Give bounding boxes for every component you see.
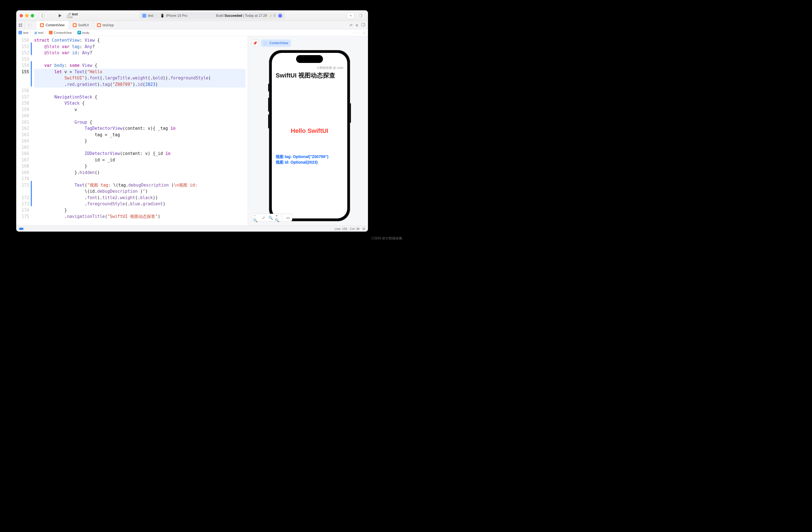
screen-watermark: 大熊猫侯佩 @ csdn — [317, 66, 343, 70]
preview-target-pill[interactable]: ⬚ ContentView — [261, 40, 291, 47]
detect-output: 视图 tag: Optional("Z00799") 视图 id: Option… — [276, 154, 343, 165]
status-bar: Line: 155 Col: 36 ▤ — [16, 226, 368, 232]
svg-rect-2 — [359, 14, 363, 17]
zoom-window-button[interactable] — [31, 14, 34, 17]
detect-id-line: 视图 id: Optional(2023) — [276, 160, 343, 165]
svg-rect-8 — [362, 23, 365, 26]
jump-file[interactable]: ContentView — [49, 31, 72, 34]
jump-project[interactable]: test — [18, 31, 29, 34]
preview-toolbar-right: －🔍 ⤢ 🔍 ＋🔍 — [252, 214, 364, 221]
svg-rect-7 — [21, 26, 22, 27]
tab-label: SwiftUI — [78, 23, 89, 27]
jump-symbol[interactable]: Pbody — [77, 31, 89, 34]
scheme-selector[interactable]: ⎇test main — [67, 13, 78, 19]
toggle-navigator-button[interactable] — [39, 13, 47, 19]
tab-bar: 〈 〉 ContentView SwiftUI testApp ⇄ ≣ — [16, 21, 368, 29]
zoom-out-button[interactable]: －🔍 — [253, 215, 259, 220]
chevron-right-icon: 〉 — [155, 13, 159, 18]
jump-bar: test 〉 ▣test 〉 ContentView 〉 Pbody 〈 〉 ⚠… — [16, 29, 368, 36]
main-split: 1501511521531541551561571581591601611621… — [16, 36, 368, 226]
line-gutter: 1501511521531541551561571581591601611621… — [16, 36, 31, 226]
minimize-window-button[interactable] — [25, 14, 29, 17]
svg-rect-5 — [21, 24, 22, 25]
tab-contentview[interactable]: ContentView — [36, 21, 69, 29]
tab-label: ContentView — [46, 23, 64, 27]
related-items-button[interactable] — [16, 21, 25, 29]
next-issue-button[interactable]: 〉 — [358, 30, 361, 35]
code-content[interactable]: struct ContentView: View { @State var ta… — [32, 36, 248, 226]
zoom-actual-button[interactable]: 🔍 — [267, 215, 274, 220]
add-button[interactable]: ＋ — [347, 13, 354, 19]
svg-rect-4 — [19, 24, 20, 25]
swift-file-icon — [40, 23, 44, 27]
titlebar: ⎇test main test 〉 📱 iPhone 15 Pro Build … — [16, 10, 368, 21]
tab-label: testApp — [103, 23, 114, 27]
adjust-editor-button[interactable]: ⇄ — [349, 23, 352, 27]
branch-name: main — [67, 16, 78, 19]
editor-mode-icon[interactable]: ▤ — [362, 227, 365, 230]
struct-icon: ⬚ — [264, 41, 267, 45]
window-controls — [19, 14, 34, 17]
editor-layout-button[interactable]: ≣ — [356, 23, 359, 27]
navigation-title: SwiftUI 视图动态探查 — [276, 71, 343, 80]
source-editor[interactable]: 1501511521531541551561571581591601611621… — [16, 36, 248, 226]
tab-testapp[interactable]: testApp — [93, 21, 118, 29]
cursor-position: Line: 155 Col: 36 — [335, 227, 360, 230]
xcode-window: ⎇test main test 〉 📱 iPhone 15 Pro Build … — [16, 10, 368, 232]
preview-target-label: ContentView — [269, 41, 288, 45]
swift-file-icon — [97, 23, 101, 27]
build-status: Build Succeeded | Today at 17:29 — [216, 14, 267, 18]
nav-back-button[interactable]: 〈 — [26, 23, 30, 28]
svg-rect-0 — [41, 14, 45, 17]
svg-rect-6 — [19, 26, 20, 27]
editor-options: ⇄ ≣ — [347, 21, 368, 29]
nav-history: 〈 〉 — [25, 21, 36, 29]
target-app: test — [148, 14, 153, 18]
zoom-fit-button[interactable]: ⤢ — [260, 215, 266, 220]
project-icon — [18, 31, 22, 34]
prev-issue-button[interactable]: 〈 — [352, 30, 356, 35]
warnings-indicator[interactable]: ⚠︎ 5 — [270, 14, 275, 18]
device-screen[interactable]: 大熊猫侯佩 @ csdn SwiftUI 视图动态探查 Hello SwiftU… — [272, 53, 347, 218]
warning-count: 5 — [274, 14, 275, 18]
status-indicator[interactable] — [19, 228, 24, 230]
cloud-status-icon[interactable] — [278, 14, 282, 18]
jump-folder[interactable]: ▣test — [34, 31, 44, 35]
detect-tag-line: 视图 tag: Optional("Z00799") — [276, 154, 343, 160]
pin-preview-button[interactable]: 📌 — [251, 40, 259, 47]
swift-file-icon — [73, 23, 77, 27]
toggle-inspectors-button[interactable] — [357, 13, 365, 19]
tab-swiftui[interactable]: SwiftUI — [69, 21, 93, 29]
swift-file-icon — [49, 31, 53, 34]
external-watermark: CSDN @大熊猫侯佩 — [371, 236, 402, 241]
folder-icon: ▣ — [34, 31, 37, 35]
warning-icon: ⚠︎ — [270, 14, 273, 18]
close-window-button[interactable] — [19, 14, 23, 17]
preview-canvas: 📌 ⬚ ContentView 大熊猫侯佩 @ csdn SwiftUI 视图动… — [248, 36, 368, 226]
code-area[interactable]: 1501511521531541551561571581591601611621… — [16, 36, 248, 226]
target-device: iPhone 15 Pro — [166, 14, 187, 18]
app-icon — [142, 14, 146, 18]
device-frame: 大熊猫侯佩 @ csdn SwiftUI 视图动态探查 Hello SwiftU… — [269, 50, 350, 221]
zoom-in-button[interactable]: ＋🔍 — [275, 215, 281, 220]
property-icon: P — [77, 31, 81, 34]
activity-status[interactable]: test 〉 📱 iPhone 15 Pro Build Succeeded |… — [140, 12, 285, 19]
issues-icon[interactable]: ⚠︎ — [363, 31, 366, 35]
nav-forward-button[interactable]: 〉 — [30, 23, 34, 28]
add-editor-button[interactable] — [361, 23, 365, 27]
hello-text: Hello SwiftUI — [276, 127, 343, 134]
run-button[interactable] — [56, 13, 64, 19]
device-icon: 📱 — [160, 14, 164, 18]
